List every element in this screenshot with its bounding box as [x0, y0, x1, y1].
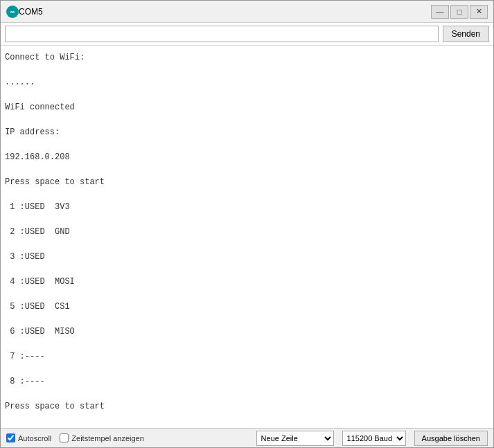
- title-bar: ∞ COM5 — □ ✕: [1, 1, 493, 23]
- maximize-button[interactable]: □: [450, 5, 468, 19]
- console-line: 8 :----: [5, 375, 489, 388]
- window-title: COM5: [19, 7, 431, 17]
- timestamp-label: Zeitstempel anzeigen: [71, 434, 144, 442]
- status-bar: Autoscroll Zeitstempel anzeigen Keine Ze…: [1, 428, 493, 447]
- newline-select[interactable]: Keine ZeilenendeNeue ZeileWagenrücklaufB…: [256, 431, 334, 446]
- clear-button[interactable]: Ausgabe löschen: [414, 431, 488, 446]
- baud-select[interactable]: 300 Baud1200 Baud2400 Baud4800 Baud9600 …: [342, 431, 406, 446]
- console-line: 4 :USED MOSI: [5, 276, 489, 288]
- minimize-button[interactable]: —: [431, 5, 449, 19]
- autoscroll-label: Autoscroll: [18, 434, 51, 442]
- console-line: Press space to start: [5, 176, 489, 188]
- console-line: Press space to start: [5, 400, 489, 413]
- console-line: 7 :----: [5, 350, 489, 363]
- console-line: ......: [5, 76, 489, 89]
- console-line: 2 :USED GND: [5, 226, 489, 238]
- send-button[interactable]: Senden: [443, 26, 489, 42]
- autoscroll-checkbox-group[interactable]: Autoscroll: [6, 433, 51, 442]
- arduino-logo-icon: ∞: [6, 6, 19, 18]
- timestamp-checkbox-group[interactable]: Zeitstempel anzeigen: [60, 433, 144, 442]
- timestamp-checkbox[interactable]: [60, 433, 69, 442]
- console-line: 5 :USED CS1: [5, 301, 489, 313]
- console-line: 6 :USED MISO: [5, 325, 489, 338]
- close-button[interactable]: ✕: [470, 5, 488, 19]
- main-window: ∞ COM5 — □ ✕ Senden ets Jun 8 2016 00:22…: [0, 0, 494, 448]
- console-line: 1 :USED 3V3: [5, 201, 489, 213]
- autoscroll-checkbox[interactable]: [6, 433, 15, 442]
- send-toolbar: Senden: [1, 23, 493, 46]
- console-line: 3 :USED: [5, 251, 489, 263]
- console-area: ets Jun 8 2016 00:22:57 rst:0xl (POWERON…: [1, 46, 493, 428]
- console-line: IP address:: [5, 126, 489, 138]
- console-line: Connect to WiFi:: [5, 51, 489, 64]
- console-output[interactable]: ets Jun 8 2016 00:22:57 rst:0xl (POWERON…: [1, 46, 493, 428]
- window-controls: — □ ✕: [431, 5, 488, 19]
- send-input[interactable]: [5, 26, 439, 42]
- console-line: WiFi connected: [5, 101, 489, 114]
- console-line: 192.168.0.208: [5, 151, 489, 163]
